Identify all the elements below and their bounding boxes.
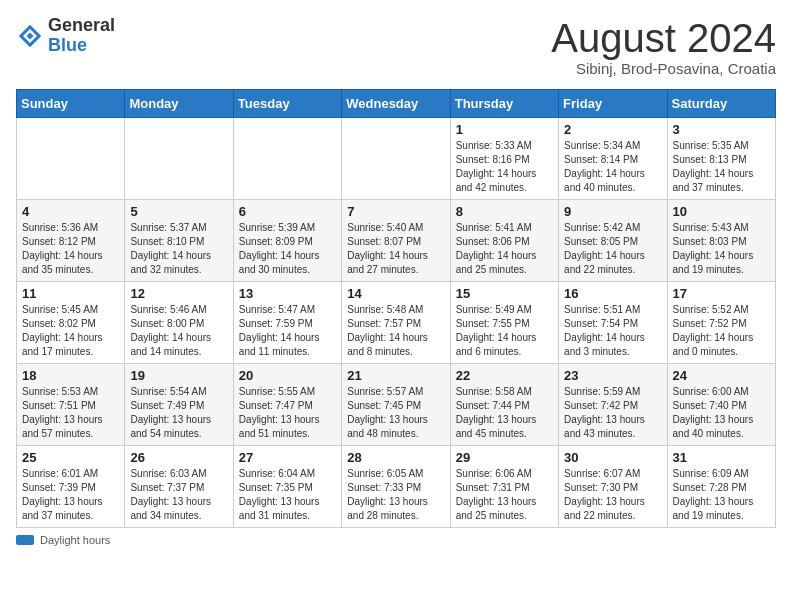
month-title: August 2024 (551, 16, 776, 60)
calendar-day-cell: 30Sunrise: 6:07 AM Sunset: 7:30 PM Dayli… (559, 446, 667, 528)
day-number: 8 (456, 204, 553, 219)
day-number: 21 (347, 368, 444, 383)
day-number: 25 (22, 450, 119, 465)
calendar-day-header: Tuesday (233, 90, 341, 118)
location-subtitle: Sibinj, Brod-Posavina, Croatia (551, 60, 776, 77)
day-info: Sunrise: 5:42 AM Sunset: 8:05 PM Dayligh… (564, 221, 661, 277)
day-info: Sunrise: 5:40 AM Sunset: 8:07 PM Dayligh… (347, 221, 444, 277)
day-info: Sunrise: 5:52 AM Sunset: 7:52 PM Dayligh… (673, 303, 770, 359)
day-info: Sunrise: 5:35 AM Sunset: 8:13 PM Dayligh… (673, 139, 770, 195)
day-number: 30 (564, 450, 661, 465)
calendar-week-row: 4Sunrise: 5:36 AM Sunset: 8:12 PM Daylig… (17, 200, 776, 282)
calendar-day-header: Wednesday (342, 90, 450, 118)
calendar-day-cell: 3Sunrise: 5:35 AM Sunset: 8:13 PM Daylig… (667, 118, 775, 200)
logo-blue-text: Blue (48, 36, 115, 56)
calendar-day-cell: 20Sunrise: 5:55 AM Sunset: 7:47 PM Dayli… (233, 364, 341, 446)
day-info: Sunrise: 5:59 AM Sunset: 7:42 PM Dayligh… (564, 385, 661, 441)
calendar-day-header: Thursday (450, 90, 558, 118)
day-info: Sunrise: 6:04 AM Sunset: 7:35 PM Dayligh… (239, 467, 336, 523)
calendar-day-cell: 1Sunrise: 5:33 AM Sunset: 8:16 PM Daylig… (450, 118, 558, 200)
calendar-header-row: SundayMondayTuesdayWednesdayThursdayFrid… (17, 90, 776, 118)
calendar-week-row: 25Sunrise: 6:01 AM Sunset: 7:39 PM Dayli… (17, 446, 776, 528)
calendar-day-cell: 23Sunrise: 5:59 AM Sunset: 7:42 PM Dayli… (559, 364, 667, 446)
day-number: 9 (564, 204, 661, 219)
day-number: 4 (22, 204, 119, 219)
day-info: Sunrise: 5:48 AM Sunset: 7:57 PM Dayligh… (347, 303, 444, 359)
day-info: Sunrise: 5:58 AM Sunset: 7:44 PM Dayligh… (456, 385, 553, 441)
day-number: 2 (564, 122, 661, 137)
day-number: 31 (673, 450, 770, 465)
day-info: Sunrise: 6:05 AM Sunset: 7:33 PM Dayligh… (347, 467, 444, 523)
day-number: 7 (347, 204, 444, 219)
calendar-day-cell: 16Sunrise: 5:51 AM Sunset: 7:54 PM Dayli… (559, 282, 667, 364)
calendar-day-cell: 8Sunrise: 5:41 AM Sunset: 8:06 PM Daylig… (450, 200, 558, 282)
calendar-week-row: 18Sunrise: 5:53 AM Sunset: 7:51 PM Dayli… (17, 364, 776, 446)
day-number: 26 (130, 450, 227, 465)
day-info: Sunrise: 6:09 AM Sunset: 7:28 PM Dayligh… (673, 467, 770, 523)
day-info: Sunrise: 5:36 AM Sunset: 8:12 PM Dayligh… (22, 221, 119, 277)
day-info: Sunrise: 5:39 AM Sunset: 8:09 PM Dayligh… (239, 221, 336, 277)
logo: General Blue (16, 16, 115, 56)
calendar-day-cell: 14Sunrise: 5:48 AM Sunset: 7:57 PM Dayli… (342, 282, 450, 364)
day-number: 13 (239, 286, 336, 301)
day-info: Sunrise: 6:07 AM Sunset: 7:30 PM Dayligh… (564, 467, 661, 523)
day-info: Sunrise: 5:45 AM Sunset: 8:02 PM Dayligh… (22, 303, 119, 359)
day-number: 14 (347, 286, 444, 301)
day-info: Sunrise: 5:49 AM Sunset: 7:55 PM Dayligh… (456, 303, 553, 359)
day-info: Sunrise: 5:54 AM Sunset: 7:49 PM Dayligh… (130, 385, 227, 441)
day-number: 12 (130, 286, 227, 301)
calendar-day-header: Saturday (667, 90, 775, 118)
day-number: 23 (564, 368, 661, 383)
day-number: 20 (239, 368, 336, 383)
calendar-day-cell (342, 118, 450, 200)
calendar-day-cell: 25Sunrise: 6:01 AM Sunset: 7:39 PM Dayli… (17, 446, 125, 528)
day-info: Sunrise: 5:37 AM Sunset: 8:10 PM Dayligh… (130, 221, 227, 277)
logo-icon (16, 22, 44, 50)
calendar-day-cell: 19Sunrise: 5:54 AM Sunset: 7:49 PM Dayli… (125, 364, 233, 446)
day-info: Sunrise: 6:06 AM Sunset: 7:31 PM Dayligh… (456, 467, 553, 523)
calendar-day-cell: 11Sunrise: 5:45 AM Sunset: 8:02 PM Dayli… (17, 282, 125, 364)
day-info: Sunrise: 5:34 AM Sunset: 8:14 PM Dayligh… (564, 139, 661, 195)
day-info: Sunrise: 5:46 AM Sunset: 8:00 PM Dayligh… (130, 303, 227, 359)
day-number: 24 (673, 368, 770, 383)
day-number: 1 (456, 122, 553, 137)
day-number: 16 (564, 286, 661, 301)
daylight-bar-icon (16, 535, 34, 545)
title-block: August 2024 Sibinj, Brod-Posavina, Croat… (551, 16, 776, 77)
calendar-day-cell: 29Sunrise: 6:06 AM Sunset: 7:31 PM Dayli… (450, 446, 558, 528)
calendar-day-cell: 10Sunrise: 5:43 AM Sunset: 8:03 PM Dayli… (667, 200, 775, 282)
day-number: 15 (456, 286, 553, 301)
calendar-day-cell (233, 118, 341, 200)
day-number: 6 (239, 204, 336, 219)
daylight-label: Daylight hours (40, 534, 110, 546)
calendar-day-cell: 7Sunrise: 5:40 AM Sunset: 8:07 PM Daylig… (342, 200, 450, 282)
calendar-day-cell: 26Sunrise: 6:03 AM Sunset: 7:37 PM Dayli… (125, 446, 233, 528)
day-info: Sunrise: 6:00 AM Sunset: 7:40 PM Dayligh… (673, 385, 770, 441)
calendar-day-cell: 6Sunrise: 5:39 AM Sunset: 8:09 PM Daylig… (233, 200, 341, 282)
calendar-day-cell: 15Sunrise: 5:49 AM Sunset: 7:55 PM Dayli… (450, 282, 558, 364)
calendar-day-header: Friday (559, 90, 667, 118)
day-number: 27 (239, 450, 336, 465)
day-number: 18 (22, 368, 119, 383)
logo-text: General Blue (48, 16, 115, 56)
calendar-day-cell: 31Sunrise: 6:09 AM Sunset: 7:28 PM Dayli… (667, 446, 775, 528)
day-number: 11 (22, 286, 119, 301)
calendar-day-cell (125, 118, 233, 200)
calendar-day-cell: 13Sunrise: 5:47 AM Sunset: 7:59 PM Dayli… (233, 282, 341, 364)
day-info: Sunrise: 5:55 AM Sunset: 7:47 PM Dayligh… (239, 385, 336, 441)
calendar-day-cell: 21Sunrise: 5:57 AM Sunset: 7:45 PM Dayli… (342, 364, 450, 446)
calendar-day-cell: 9Sunrise: 5:42 AM Sunset: 8:05 PM Daylig… (559, 200, 667, 282)
day-info: Sunrise: 6:01 AM Sunset: 7:39 PM Dayligh… (22, 467, 119, 523)
calendar-day-cell: 17Sunrise: 5:52 AM Sunset: 7:52 PM Dayli… (667, 282, 775, 364)
footer-note: Daylight hours (16, 534, 776, 546)
calendar-day-cell: 2Sunrise: 5:34 AM Sunset: 8:14 PM Daylig… (559, 118, 667, 200)
day-info: Sunrise: 5:53 AM Sunset: 7:51 PM Dayligh… (22, 385, 119, 441)
calendar-day-cell (17, 118, 125, 200)
day-number: 10 (673, 204, 770, 219)
day-info: Sunrise: 6:03 AM Sunset: 7:37 PM Dayligh… (130, 467, 227, 523)
day-number: 19 (130, 368, 227, 383)
day-number: 3 (673, 122, 770, 137)
calendar-day-cell: 12Sunrise: 5:46 AM Sunset: 8:00 PM Dayli… (125, 282, 233, 364)
calendar-day-cell: 18Sunrise: 5:53 AM Sunset: 7:51 PM Dayli… (17, 364, 125, 446)
calendar-day-cell: 28Sunrise: 6:05 AM Sunset: 7:33 PM Dayli… (342, 446, 450, 528)
